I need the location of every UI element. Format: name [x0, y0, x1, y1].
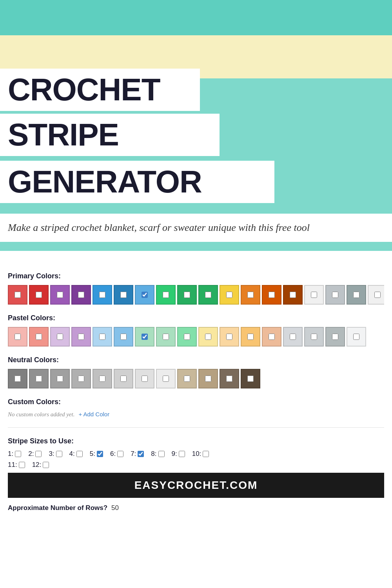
color-checkbox-n11[interactable]	[226, 376, 232, 382]
color-checkbox-n9[interactable]	[184, 376, 190, 382]
color-swatch-pa7[interactable]	[135, 327, 154, 347]
color-checkbox-n8[interactable]	[163, 376, 169, 382]
color-checkbox-p8[interactable]	[163, 292, 169, 298]
color-swatch-p9[interactable]	[177, 285, 197, 305]
color-swatch-p12[interactable]	[241, 285, 260, 305]
color-checkbox-pa6[interactable]	[120, 334, 127, 340]
color-swatch-p13[interactable]	[262, 285, 281, 305]
color-swatch-n8[interactable]	[156, 369, 176, 388]
color-checkbox-pa9[interactable]	[184, 334, 190, 340]
color-swatch-pa12[interactable]	[241, 327, 260, 347]
color-swatch-p18[interactable]	[368, 285, 384, 305]
color-checkbox-p12[interactable]	[247, 292, 254, 298]
color-swatch-p14[interactable]	[283, 285, 303, 305]
color-checkbox-pa16[interactable]	[332, 334, 338, 340]
color-checkbox-pa11[interactable]	[226, 334, 232, 340]
stripe-item-5[interactable]: 5:	[90, 450, 103, 458]
color-swatch-p4[interactable]	[71, 285, 91, 305]
color-checkbox-pa2[interactable]	[36, 334, 42, 340]
color-checkbox-pa13[interactable]	[269, 334, 275, 340]
color-checkbox-n4[interactable]	[78, 376, 84, 382]
color-swatch-n3[interactable]	[50, 369, 70, 388]
color-checkbox-pa4[interactable]	[78, 334, 84, 340]
color-swatch-p3[interactable]	[50, 285, 70, 305]
stripe-item-7[interactable]: 7:	[131, 450, 144, 458]
color-checkbox-n6[interactable]	[120, 376, 127, 382]
color-checkbox-p16[interactable]	[332, 292, 338, 298]
color-checkbox-pa14[interactable]	[290, 334, 296, 340]
stripe-checkbox-7[interactable]	[138, 451, 144, 457]
color-swatch-pa17[interactable]	[347, 327, 366, 347]
color-swatch-p11[interactable]	[220, 285, 239, 305]
color-swatch-pa2[interactable]	[29, 327, 49, 347]
color-swatch-pa13[interactable]	[262, 327, 281, 347]
color-checkbox-p13[interactable]	[269, 292, 275, 298]
color-checkbox-p2[interactable]	[36, 292, 42, 298]
color-swatch-n7[interactable]	[135, 369, 154, 388]
color-checkbox-p4[interactable]	[78, 292, 84, 298]
color-checkbox-pa15[interactable]	[311, 334, 317, 340]
color-checkbox-n7[interactable]	[142, 376, 148, 382]
color-checkbox-pa3[interactable]	[57, 334, 63, 340]
color-swatch-p2[interactable]	[29, 285, 49, 305]
color-checkbox-p1[interactable]	[15, 292, 21, 298]
color-swatch-n6[interactable]	[114, 369, 133, 388]
color-checkbox-n12[interactable]	[247, 376, 254, 382]
color-checkbox-p18[interactable]	[374, 292, 381, 298]
color-checkbox-n1[interactable]	[15, 376, 21, 382]
color-swatch-n1[interactable]	[8, 369, 27, 388]
color-swatch-pa8[interactable]	[156, 327, 176, 347]
color-checkbox-n10[interactable]	[205, 376, 211, 382]
color-swatch-pa16[interactable]	[325, 327, 345, 347]
stripe-checkbox-4[interactable]	[76, 451, 83, 457]
stripe-item-4[interactable]: 4:	[69, 450, 83, 458]
stripe-checkbox-9[interactable]	[179, 451, 185, 457]
color-swatch-n4[interactable]	[71, 369, 91, 388]
color-swatch-p5[interactable]	[93, 285, 112, 305]
color-checkbox-n3[interactable]	[57, 376, 63, 382]
stripe-checkbox-1[interactable]	[15, 451, 21, 457]
color-swatch-n10[interactable]	[198, 369, 218, 388]
color-swatch-pa15[interactable]	[304, 327, 324, 347]
color-checkbox-p3[interactable]	[57, 292, 63, 298]
color-swatch-p15[interactable]	[304, 285, 324, 305]
stripe-checkbox-11[interactable]	[19, 462, 25, 468]
stripe-item-8[interactable]: 8:	[151, 450, 164, 458]
color-swatch-n9[interactable]	[177, 369, 197, 388]
stripe-item-10[interactable]: 10:	[192, 450, 209, 458]
color-checkbox-pa8[interactable]	[163, 334, 169, 340]
stripe-item-6[interactable]: 6:	[110, 450, 123, 458]
color-swatch-p17[interactable]	[347, 285, 366, 305]
color-swatch-pa1[interactable]	[8, 327, 27, 347]
color-checkbox-p9[interactable]	[184, 292, 190, 298]
color-swatch-p8[interactable]	[156, 285, 176, 305]
color-swatch-p16[interactable]	[325, 285, 345, 305]
color-swatch-pa9[interactable]	[177, 327, 197, 347]
color-swatch-p6[interactable]	[114, 285, 133, 305]
color-checkbox-pa12[interactable]	[247, 334, 254, 340]
color-checkbox-pa7[interactable]	[142, 334, 148, 340]
stripe-checkbox-5[interactable]	[97, 451, 103, 457]
color-swatch-pa11[interactable]	[220, 327, 239, 347]
stripe-item-3[interactable]: 3:	[49, 450, 62, 458]
color-swatch-n5[interactable]	[93, 369, 112, 388]
color-checkbox-p17[interactable]	[353, 292, 359, 298]
add-color-link[interactable]: + Add Color	[78, 411, 109, 417]
color-checkbox-p5[interactable]	[99, 292, 105, 298]
color-swatch-pa6[interactable]	[114, 327, 133, 347]
color-swatch-p10[interactable]	[198, 285, 218, 305]
color-checkbox-p11[interactable]	[226, 292, 232, 298]
stripe-checkbox-2[interactable]	[35, 451, 42, 457]
color-swatch-pa14[interactable]	[283, 327, 303, 347]
color-checkbox-pa5[interactable]	[99, 334, 105, 340]
color-swatch-p7[interactable]	[135, 285, 154, 305]
color-swatch-pa3[interactable]	[50, 327, 70, 347]
stripe-item-9[interactable]: 9:	[172, 450, 185, 458]
color-checkbox-p14[interactable]	[290, 292, 296, 298]
stripe-checkbox-6[interactable]	[117, 451, 123, 457]
color-checkbox-p10[interactable]	[205, 292, 211, 298]
stripe-checkbox-8[interactable]	[158, 451, 165, 457]
stripe-item-1[interactable]: 1:	[8, 450, 21, 458]
color-checkbox-p6[interactable]	[120, 292, 127, 298]
stripe-checkbox-10[interactable]	[203, 451, 209, 457]
